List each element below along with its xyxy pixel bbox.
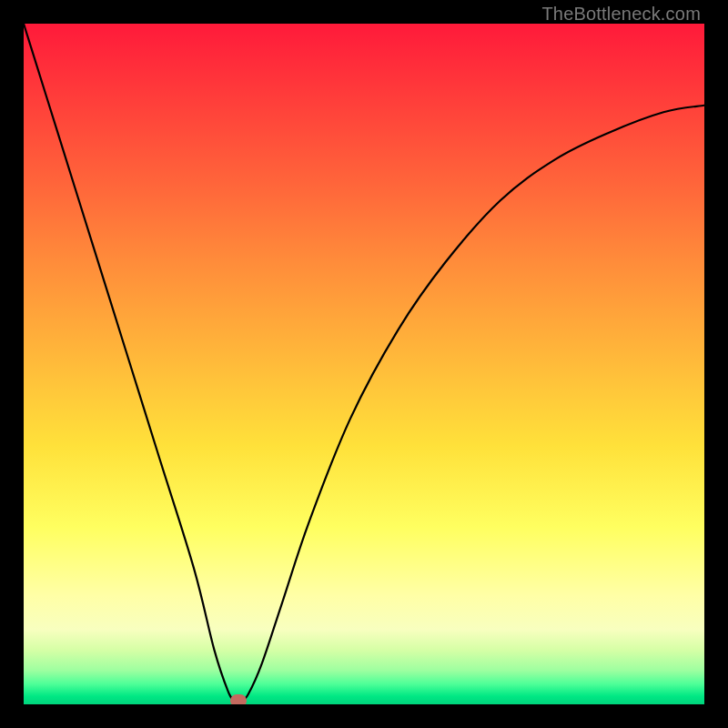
chart-plot-area xyxy=(24,24,704,704)
chart-frame: TheBottleneck.com xyxy=(0,0,728,728)
watermark-text: TheBottleneck.com xyxy=(541,4,701,25)
chart-background-gradient xyxy=(24,24,704,704)
chart-marker-dot xyxy=(230,694,247,704)
